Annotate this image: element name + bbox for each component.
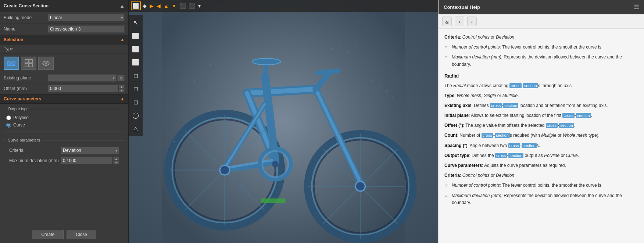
offset-input-wrap: ▲ ▼ xyxy=(48,85,125,92)
left-tool-3[interactable]: ⬜ xyxy=(129,56,142,68)
output-type-legend: Output type xyxy=(6,107,30,111)
num-control-para: Number of control points: The fewer cont… xyxy=(444,44,638,51)
max-deviation-spin-down[interactable]: ▼ xyxy=(113,161,119,164)
curve-params-collapse[interactable]: ▲ xyxy=(120,96,125,101)
left-tool-1[interactable]: ⬜ xyxy=(129,29,142,42)
output-type-strong: Output type xyxy=(444,153,469,158)
left-tool-2[interactable]: ⬜ xyxy=(129,43,142,55)
multiple-em: Multiple xyxy=(502,93,518,98)
type-btn-surface[interactable] xyxy=(38,57,54,70)
curve-params-section-header: Curve parameters ▲ xyxy=(0,94,128,104)
building-mode-row: Building mode Linear Radial xyxy=(0,12,128,24)
toolbar-btn-7[interactable]: ⬛ xyxy=(188,2,196,10)
criteria-em: Control points xyxy=(462,35,490,40)
cross-link-2: cross xyxy=(490,103,502,108)
create-button[interactable]: Create xyxy=(32,230,64,239)
max-dev-para: Maximum deviation (mm): Represents the d… xyxy=(444,54,638,68)
count-para: Count: Number of cross-sections required… xyxy=(444,132,638,139)
close-button[interactable]: Close xyxy=(67,230,96,239)
help-toolbar: 🖨 ‹ › xyxy=(439,14,644,29)
back-button[interactable]: ‹ xyxy=(455,17,464,26)
existing-plane-input-wrap: ⊕ xyxy=(48,74,125,82)
polyline-radio-row: Polyline xyxy=(6,114,122,121)
radial-title: Radial xyxy=(444,72,638,80)
selection-section-header: Selection ▲ xyxy=(0,35,128,44)
forward-button[interactable]: › xyxy=(467,17,477,26)
toolbar-select-btn[interactable]: ⬜ xyxy=(131,1,141,10)
type-para: Type: Whole mesh, Single or Multiple. xyxy=(444,92,638,99)
left-tool-4[interactable]: ◻ xyxy=(129,69,142,82)
panel-header: Create Cross-Section ▲ xyxy=(0,0,128,12)
offset-spin-up[interactable]: ▲ xyxy=(119,85,125,89)
existing-plane-select[interactable] xyxy=(48,74,117,82)
svg-point-63 xyxy=(287,40,288,41)
svg-line-30 xyxy=(318,71,338,73)
svg-point-74 xyxy=(392,97,393,98)
help-content: Criteria: Control points or Deviation Nu… xyxy=(439,29,644,243)
left-panel: Create Cross-Section ▲ Building mode Lin… xyxy=(0,0,129,243)
offset-spin-down[interactable]: ▼ xyxy=(119,89,125,92)
curve-radio-row: Curve xyxy=(6,121,122,129)
toolbar-btn-6[interactable]: ⬛ xyxy=(179,2,187,10)
left-tool-cursor[interactable]: ↖ xyxy=(129,16,142,29)
max-deviation-input[interactable] xyxy=(61,157,112,164)
toolbar-btn-4[interactable]: ▲ xyxy=(162,2,170,10)
menu-icon[interactable]: ☰ xyxy=(634,4,639,11)
cross-link-4: cross xyxy=(546,123,558,128)
num-control-label-em-2: Number of control points: xyxy=(452,183,501,188)
wholemesh-em: Whole mesh xyxy=(563,133,587,138)
criteria-intro: Criteria: Control points or Deviation xyxy=(444,34,638,41)
offset-deg-strong: Offset (°) xyxy=(444,123,463,128)
offset-row: Offset (mm) ▲ ▼ xyxy=(0,83,128,94)
toolbar-btn-1[interactable]: ◆ xyxy=(142,2,148,10)
curve-parameters-group: Curve parameters Criteria Deviation Cont… xyxy=(3,138,125,169)
section-link-6: section xyxy=(522,143,537,148)
multiple-em-2: Multiple xyxy=(541,133,556,138)
curve-radio[interactable] xyxy=(6,123,11,128)
svg-point-71 xyxy=(372,80,373,82)
polyline-label: Polyline xyxy=(13,115,29,120)
selection-collapse[interactable]: ▲ xyxy=(120,37,125,42)
max-deviation-spin-up[interactable]: ▲ xyxy=(113,157,119,161)
toolbar-btn-3[interactable]: ◀ xyxy=(155,2,162,10)
action-buttons: Create Close xyxy=(0,226,128,243)
criteria-intro-2: Criteria: Control points or Deviation xyxy=(444,172,638,179)
toolbar-btn-5[interactable]: ▼ xyxy=(171,2,178,10)
name-row: Name xyxy=(0,24,128,35)
criteria-deviation-em-2: Deviation xyxy=(496,173,514,178)
max-dev-para-2: Maximum deviation (mm): Represents the d… xyxy=(444,192,638,206)
viewport[interactable]: ⬜ ◆ ▶ ◀ ▲ ▼ ⬛ ⬛ ▾ ↖ ⬜ ⬜ ⬜ ◻ ◻ ◻ ◯ △ xyxy=(129,0,438,243)
curve-params-label: Curve parameters xyxy=(4,96,41,101)
cross-link-5: cross xyxy=(482,133,493,138)
type-btn-grid[interactable] xyxy=(21,57,36,70)
type-strong: Type xyxy=(444,93,454,98)
left-tool-triangle[interactable]: △ xyxy=(129,122,142,135)
existing-plane-label: Existing plane xyxy=(4,75,48,81)
svg-point-68 xyxy=(340,44,341,45)
collapse-button[interactable]: ▲ xyxy=(119,3,125,9)
criteria-select-wrapper: Deviation Control points xyxy=(61,147,119,154)
help-title: Contextual Help xyxy=(444,4,480,10)
left-tool-circle[interactable]: ◯ xyxy=(129,109,142,121)
left-tool-5[interactable]: ◻ xyxy=(129,82,142,95)
name-input[interactable] xyxy=(48,25,125,33)
curve-em: Curve xyxy=(566,153,578,158)
criteria-label: Criteria xyxy=(9,148,61,153)
polyline-radio[interactable] xyxy=(6,115,11,120)
max-dev-label-em: Maximum deviation (mm): xyxy=(452,54,502,60)
svg-point-36 xyxy=(272,161,279,167)
print-button[interactable]: 🖨 xyxy=(442,17,452,26)
criteria-select[interactable]: Deviation Control points xyxy=(61,147,119,154)
max-deviation-input-wrap: ▲ ▼ xyxy=(61,157,119,164)
svg-point-58 xyxy=(218,70,219,71)
svg-rect-5 xyxy=(29,60,32,63)
offset-input[interactable] xyxy=(48,85,118,92)
offset-deg-para: Offset (°): The angle value that offsets… xyxy=(444,122,638,129)
left-tool-6[interactable]: ◻ xyxy=(129,96,142,108)
toolbar-dropdown[interactable]: ▾ xyxy=(197,2,202,10)
toolbar-btn-2[interactable]: ▶ xyxy=(149,2,155,10)
existing-plane-pick-btn[interactable]: ⊕ xyxy=(117,75,125,81)
initial-plane-strong: Initial plane xyxy=(444,113,469,118)
building-mode-select[interactable]: Linear Radial xyxy=(48,14,125,21)
type-btn-plane[interactable] xyxy=(4,57,19,70)
